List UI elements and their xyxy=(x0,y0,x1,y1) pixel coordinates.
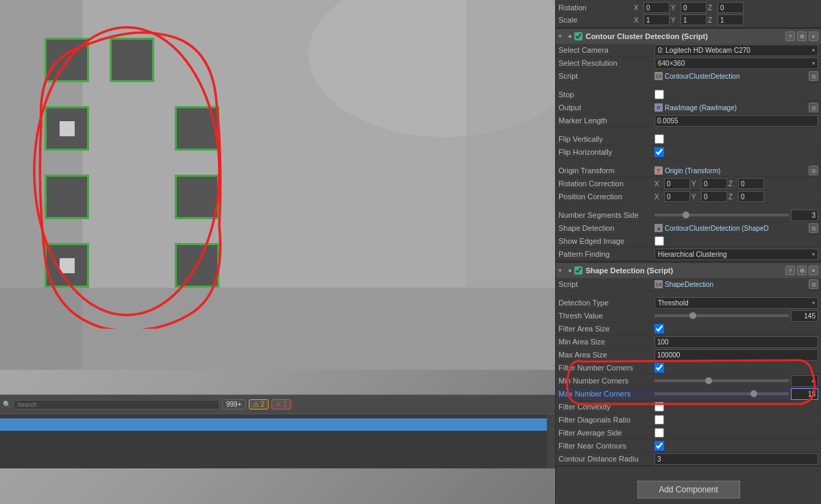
num-segments-input[interactable] xyxy=(791,210,818,221)
filter-near-label: Filter Near Contours xyxy=(559,442,654,450)
rotation-x-input[interactable] xyxy=(644,2,670,13)
filter-near-checkbox[interactable] xyxy=(654,441,664,451)
shape-script-ref: C# ShapeDetection ◎ xyxy=(654,279,818,289)
rotation-y-input[interactable] xyxy=(681,2,707,13)
script-pick-btn[interactable]: ◎ xyxy=(809,71,818,81)
filter-area-value[interactable] xyxy=(654,324,818,333)
min-area-value[interactable] xyxy=(654,336,818,348)
stop-value[interactable] xyxy=(654,90,818,99)
component-menu-btn[interactable]: ≡ xyxy=(809,32,818,41)
shape-help-btn[interactable]: ? xyxy=(785,266,795,275)
num-segments-slider-container xyxy=(654,210,818,221)
position-correction-xyz: X Y Z xyxy=(654,191,818,202)
scale-x-input[interactable] xyxy=(644,14,670,25)
scale-y-input[interactable] xyxy=(681,14,707,25)
vertical-scrollbar[interactable] xyxy=(547,414,555,468)
rot-corr-y-input[interactable] xyxy=(701,178,727,189)
select-camera-value[interactable]: 0: Logitech HD Webcam C270 ▾ xyxy=(654,45,818,56)
flip-v-checkbox[interactable] xyxy=(654,134,664,144)
contour-distance-value[interactable] xyxy=(654,453,818,465)
pos-corr-z-input[interactable] xyxy=(738,191,764,202)
min-corners-container xyxy=(654,375,818,387)
add-component-button[interactable]: Add Component xyxy=(637,481,740,499)
thresh-slider-container xyxy=(654,310,818,322)
filter-convexity-value[interactable] xyxy=(654,402,818,412)
rot-corr-z-input[interactable] xyxy=(738,178,764,189)
flip-v-value[interactable] xyxy=(654,134,818,144)
min-corners-input[interactable] xyxy=(791,375,818,387)
filter-diagonals-value[interactable] xyxy=(654,415,818,425)
origin-transform-value: T Origin (Transform) ◎ xyxy=(654,166,818,175)
filter-avg-side-checkbox[interactable] xyxy=(654,428,664,438)
min-corners-slider[interactable] xyxy=(654,379,789,382)
thresh-value-input[interactable] xyxy=(791,310,818,322)
filter-avg-side-value[interactable] xyxy=(654,428,818,438)
max-corners-slider[interactable] xyxy=(654,392,789,395)
shape-script-pick-btn[interactable]: ◎ xyxy=(809,279,818,289)
flip-h-checkbox[interactable] xyxy=(654,147,664,157)
show-edged-value[interactable] xyxy=(654,236,818,246)
shape-menu-btn[interactable]: ≡ xyxy=(809,266,818,275)
pattern-finding-value[interactable]: Hierarchical Clustering ▾ xyxy=(654,249,818,260)
marker-length-input[interactable] xyxy=(654,115,818,127)
shape-settings-btn[interactable]: ⚙ xyxy=(797,266,807,275)
component-settings-btn[interactable]: ⚙ xyxy=(797,32,807,41)
max-area-value[interactable] xyxy=(654,349,818,361)
scale-z-input[interactable] xyxy=(718,14,744,25)
filter-convexity-checkbox[interactable] xyxy=(654,402,664,412)
select-resolution-dropdown[interactable]: 640×360 ▾ xyxy=(654,58,818,69)
toolbar-row: 🔍 Search 999+ ⚠ 2 ✕ 1 xyxy=(0,394,555,414)
detection-type-dropdown[interactable]: Threshold ▾ xyxy=(654,297,818,309)
marker-length-value[interactable] xyxy=(654,115,818,127)
thresh-value-label: Thresh Value xyxy=(559,312,654,320)
flip-h-value[interactable] xyxy=(654,147,818,157)
origin-pick-btn[interactable]: ◎ xyxy=(809,166,818,175)
contour-distance-input[interactable] xyxy=(654,453,818,465)
num-segments-slider[interactable] xyxy=(654,214,789,216)
output-ref-text: RawImage (RawImage) xyxy=(665,104,807,112)
component-help-btn[interactable]: ? xyxy=(785,32,795,41)
shape-script-label: Script xyxy=(559,280,654,288)
warning-count: 2 xyxy=(261,401,265,408)
pos-corr-x-input[interactable] xyxy=(664,191,690,202)
position-correction-row: Position Correction X Y Z xyxy=(556,190,821,203)
select-camera-dropdown[interactable]: 0: Logitech HD Webcam C270 ▾ xyxy=(654,45,818,56)
detection-type-value[interactable]: Threshold ▾ xyxy=(654,297,818,309)
bottom-toolbar: 🔍 Search 999+ ⚠ 2 ✕ 1 xyxy=(0,394,555,504)
shape-component-icons: ? ⚙ ≡ xyxy=(785,266,818,275)
stop-label: Stop xyxy=(559,90,654,99)
select-resolution-value[interactable]: 640×360 ▾ xyxy=(654,58,818,69)
filter-area-checkbox[interactable] xyxy=(654,324,664,333)
pattern-finding-dropdown[interactable]: Hierarchical Clustering ▾ xyxy=(654,249,818,260)
filter-corners-value[interactable] xyxy=(654,363,818,373)
component-enabled-checkbox[interactable] xyxy=(574,32,583,40)
filter-corners-label: Filter Number Corners xyxy=(559,364,654,372)
shape-detection-icon: ● xyxy=(654,224,663,232)
filter-diagonals-checkbox[interactable] xyxy=(654,415,664,425)
origin-transform-row: Origin Transform T Origin (Transform) ◎ xyxy=(556,164,821,177)
shape-detection-value: ● ContourClusterDetection (ShapeD ◎ xyxy=(654,223,818,233)
count-badge-label: 999+ xyxy=(226,401,242,408)
min-area-input[interactable] xyxy=(654,336,818,348)
output-pick-btn[interactable]: ◎ xyxy=(809,103,818,112)
num-segments-value xyxy=(654,210,818,221)
rot-corr-x-input[interactable] xyxy=(664,178,690,189)
filter-corners-checkbox[interactable] xyxy=(654,363,664,373)
shape-enabled-checkbox[interactable] xyxy=(574,266,583,275)
detection-type-label: Detection Type xyxy=(559,299,654,307)
pos-corr-y-input[interactable] xyxy=(701,191,727,202)
filter-near-value[interactable] xyxy=(654,441,818,451)
shape-detection-header[interactable]: ▾ ● Shape Detection (Script) ? ⚙ ≡ xyxy=(556,263,821,278)
stop-checkbox[interactable] xyxy=(654,90,664,99)
contour-cluster-header[interactable]: ▾ ● Contour Cluster Detection (Script) ?… xyxy=(556,29,821,44)
rotation-z-input[interactable] xyxy=(718,2,744,13)
thresh-slider[interactable] xyxy=(654,314,789,317)
max-corners-row: Max Number Corners xyxy=(556,388,821,401)
pos-corr-z-label: Z xyxy=(728,193,737,201)
shape-detection-pick-btn[interactable]: ◎ xyxy=(809,223,818,233)
search-bar[interactable]: Search xyxy=(14,400,219,410)
max-corners-input[interactable] xyxy=(791,388,818,400)
show-edged-checkbox[interactable] xyxy=(654,236,664,246)
select-camera-row: Select Camera 0: Logitech HD Webcam C270… xyxy=(556,44,821,57)
max-area-input[interactable] xyxy=(654,349,818,361)
